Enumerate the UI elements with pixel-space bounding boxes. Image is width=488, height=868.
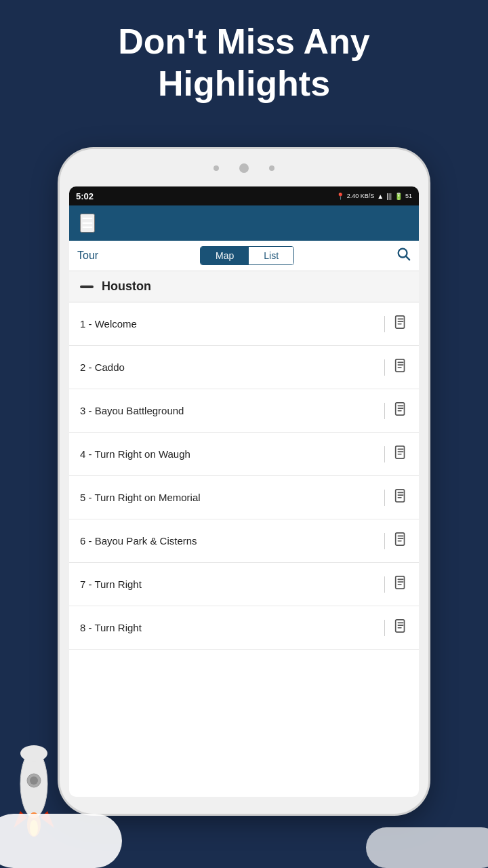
item-label: 6 - Bayou Park & Cisterns [80, 535, 197, 547]
svg-rect-14 [396, 446, 405, 458]
headline: Don't Miss Any Highlights [0, 0, 488, 119]
doc-icon[interactable] [393, 358, 408, 376]
item-actions [384, 575, 408, 593]
item-actions [384, 618, 408, 637]
item-label: 4 - Turn Right on Waugh [80, 448, 190, 460]
item-label: 5 - Turn Right on Memorial [80, 492, 201, 503]
divider [384, 576, 385, 593]
status-icons: 📍 2.40 KB/S ▲ ||| 🔋 51 [336, 193, 412, 200]
svg-rect-10 [396, 403, 405, 415]
svg-line-1 [406, 256, 409, 260]
doc-icon[interactable] [393, 445, 408, 463]
divider [384, 446, 385, 462]
location-header: Houston [69, 271, 419, 302]
svg-rect-30 [396, 620, 405, 632]
phone-speaker-right [269, 165, 274, 171]
item-actions [384, 445, 408, 463]
search-icon [396, 246, 411, 261]
list-item[interactable]: 4 - Turn Right on Waugh [69, 433, 419, 476]
doc-icon[interactable] [393, 532, 408, 550]
item-label: 2 - Caddo [80, 361, 125, 373]
headline-line1: Don't Miss Any [118, 22, 370, 61]
doc-icon[interactable] [393, 488, 408, 507]
phone-camera [239, 163, 249, 173]
svg-rect-18 [396, 490, 405, 502]
phone-speaker [214, 165, 219, 171]
phone-screen: 5:02 📍 2.40 KB/S ▲ ||| 🔋 51 ☰ Tour Map L… [69, 186, 419, 797]
data-speed: 2.40 KB/S [347, 193, 375, 199]
list-item[interactable]: 8 - Turn Right [69, 606, 419, 650]
search-button[interactable] [396, 246, 411, 265]
location-dash [80, 285, 94, 288]
list-item[interactable]: 7 - Turn Right [69, 563, 419, 606]
svg-rect-22 [396, 533, 405, 545]
svg-rect-2 [396, 316, 405, 328]
divider [384, 403, 385, 419]
battery-icon: 🔋 [394, 193, 403, 200]
wifi-icon: ▲ [377, 193, 384, 200]
toggle-group: Map List [200, 246, 294, 265]
tour-label: Tour [77, 250, 98, 262]
svg-point-35 [20, 745, 47, 762]
svg-rect-26 [396, 576, 405, 589]
list-item[interactable]: 6 - Bayou Park & Cisterns [69, 519, 419, 563]
item-actions [384, 488, 408, 507]
doc-icon[interactable] [393, 315, 408, 333]
cloud-right [366, 827, 488, 868]
divider [384, 620, 385, 636]
cloud-left [0, 814, 122, 868]
status-time: 5:02 [76, 191, 94, 201]
headline-line2: Highlights [158, 64, 330, 103]
svg-rect-6 [396, 359, 405, 372]
item-actions [384, 358, 408, 376]
phone-shell: 5:02 📍 2.40 KB/S ▲ ||| 🔋 51 ☰ Tour Map L… [60, 149, 428, 814]
signal-icon: ||| [386, 193, 392, 200]
list-item[interactable]: 5 - Turn Right on Memorial [69, 476, 419, 519]
divider [384, 490, 385, 506]
list-item[interactable]: 2 - Caddo [69, 346, 419, 389]
list-item[interactable]: 3 - Bayou Battleground [69, 389, 419, 433]
item-label: 7 - Turn Right [80, 578, 142, 590]
tour-list: 1 - Welcome 2 - Caddo [69, 302, 419, 650]
status-bar: 5:02 📍 2.40 KB/S ▲ ||| 🔋 51 [69, 186, 419, 205]
item-label: 8 - Turn Right [80, 622, 142, 633]
divider [384, 316, 385, 332]
location-icon: 📍 [336, 193, 344, 200]
item-actions [384, 401, 408, 420]
item-label: 1 - Welcome [80, 318, 137, 330]
item-actions [384, 532, 408, 550]
doc-icon[interactable] [393, 618, 408, 637]
divider [384, 359, 385, 376]
doc-icon[interactable] [393, 575, 408, 593]
divider [384, 533, 385, 549]
map-tab[interactable]: Map [201, 247, 249, 264]
item-actions [384, 315, 408, 333]
list-tab[interactable]: List [249, 247, 293, 264]
phone-top [60, 149, 428, 186]
svg-point-37 [30, 776, 38, 785]
item-label: 3 - Bayou Battleground [80, 405, 184, 416]
tour-header: Tour Map List [69, 241, 419, 271]
battery-level: 51 [405, 193, 412, 199]
location-name: Houston [102, 279, 151, 294]
list-item[interactable]: 1 - Welcome [69, 302, 419, 346]
app-bar: ☰ [69, 205, 419, 241]
menu-button[interactable]: ☰ [80, 214, 95, 233]
doc-icon[interactable] [393, 401, 408, 420]
